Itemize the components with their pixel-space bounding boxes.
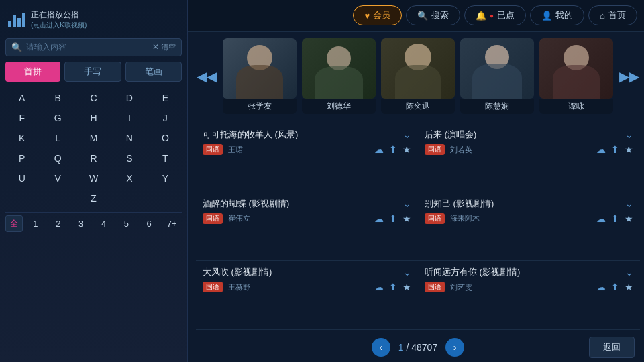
key-F[interactable]: F xyxy=(5,109,38,127)
key-2[interactable]: 2 xyxy=(48,219,68,229)
carousel-prev[interactable]: ◀◀ xyxy=(196,66,217,87)
song-item-0[interactable]: 可可托海的牧羊人 (风景) ⌄ 国语 王珺 ☁ ⬆ ★ xyxy=(196,123,418,192)
key-W[interactable]: W xyxy=(77,169,110,188)
key-O[interactable]: O xyxy=(149,129,182,147)
key-all[interactable]: 全 xyxy=(5,215,23,232)
mine-button[interactable]: 👤 我的 xyxy=(530,5,584,25)
key-4[interactable]: 4 xyxy=(94,219,114,229)
key-H[interactable]: H xyxy=(77,109,110,127)
add-icon-1[interactable]: ⬆ xyxy=(611,144,619,155)
song-item-1[interactable]: 后来 (演唱会) ⌄ 国语 刘若英 ☁ ⬆ ★ xyxy=(418,123,640,192)
star-icon-5[interactable]: ★ xyxy=(625,282,633,292)
key-I[interactable]: I xyxy=(113,109,146,127)
ordered-icon: 🔔 xyxy=(476,11,486,21)
key-C[interactable]: C xyxy=(77,88,110,107)
key-T[interactable]: T xyxy=(149,149,182,168)
cloud-icon-0[interactable]: ☁ xyxy=(374,144,384,155)
carousel-next[interactable]: ▶▶ xyxy=(619,66,640,87)
artist-zhang[interactable]: 张学友 xyxy=(223,38,297,114)
key-A[interactable]: A xyxy=(5,88,38,107)
add-icon-2[interactable]: ⬆ xyxy=(389,213,397,224)
key-6[interactable]: 6 xyxy=(139,219,159,229)
handwrite-button[interactable]: 手写 xyxy=(64,62,121,82)
key-3[interactable]: 3 xyxy=(71,219,91,229)
artist-chen-hui[interactable]: 陈慧娴 xyxy=(460,38,534,114)
star-icon-2[interactable]: ★ xyxy=(402,213,411,224)
page-next[interactable]: › xyxy=(445,338,464,357)
key-E[interactable]: E xyxy=(149,88,182,107)
search-bar[interactable]: 🔍 请输入内容 ✕ 清空 xyxy=(5,38,182,56)
cloud-icon-1[interactable]: ☁ xyxy=(596,144,606,155)
key-R[interactable]: R xyxy=(77,149,110,168)
key-M[interactable]: M xyxy=(77,129,110,147)
song-artist-0: 王珺 xyxy=(228,145,369,155)
clear-button[interactable]: ✕ 清空 xyxy=(152,42,176,52)
key-S[interactable]: S xyxy=(113,149,146,168)
song-expand-1[interactable]: ⌄ xyxy=(625,129,633,140)
artist-chen-yi[interactable]: 陈奕迅 xyxy=(381,38,455,114)
song-item-5[interactable]: 听闻远方有你 (影视剧情) ⌄ 国语 刘艺雯 ☁ ⬆ ★ xyxy=(418,261,640,330)
key-U[interactable]: U xyxy=(5,169,38,188)
vip-button[interactable]: ♥ 会员 xyxy=(353,5,402,25)
key-P[interactable]: P xyxy=(5,149,38,168)
artist-chen-hui-photo xyxy=(460,38,534,99)
ordered-button[interactable]: 🔔 ● 已点 xyxy=(464,5,526,25)
cloud-icon-2[interactable]: ☁ xyxy=(374,213,384,224)
song-expand-4[interactable]: ⌄ xyxy=(403,267,411,278)
now-playing-text: 正在播放公播 (点击进入K歌视频) xyxy=(31,9,87,30)
key-N[interactable]: N xyxy=(113,129,146,147)
key-J[interactable]: J xyxy=(149,109,182,127)
pinyin-button[interactable]: 首拼 xyxy=(5,62,60,82)
star-icon-1[interactable]: ★ xyxy=(625,144,633,155)
stroke-button[interactable]: 笔画 xyxy=(125,62,182,82)
page-info: 1 / 48707 xyxy=(398,342,437,353)
key-B[interactable]: B xyxy=(41,88,74,107)
artist-liu[interactable]: 刘德华 xyxy=(302,38,376,114)
cloud-icon-4[interactable]: ☁ xyxy=(374,282,384,292)
kb-row-2: F G H I J xyxy=(5,109,182,127)
add-icon-3[interactable]: ⬆ xyxy=(611,213,619,224)
song-item-3[interactable]: 别知己 (影视剧情) ⌄ 国语 海来阿木 ☁ ⬆ ★ xyxy=(418,192,640,261)
add-icon-0[interactable]: ⬆ xyxy=(389,144,397,155)
key-Q[interactable]: Q xyxy=(41,149,74,168)
key-X[interactable]: X xyxy=(113,169,146,188)
key-Z[interactable]: Z xyxy=(5,189,182,208)
add-icon-5[interactable]: ⬆ xyxy=(611,282,619,292)
song-artist-4: 王赫野 xyxy=(228,282,369,292)
search-nav-button[interactable]: 🔍 搜索 xyxy=(406,5,460,25)
song-item-4[interactable]: 大风吹 (影视剧情) ⌄ 国语 王赫野 ☁ ⬆ ★ xyxy=(196,261,418,330)
song-expand-0[interactable]: ⌄ xyxy=(403,129,411,140)
song-artist-5: 刘艺雯 xyxy=(450,282,591,292)
kb-row-6: Z xyxy=(5,189,182,208)
song-expand-5[interactable]: ⌄ xyxy=(625,267,633,278)
key-K[interactable]: K xyxy=(5,129,38,147)
search-icon: 🔍 xyxy=(11,42,22,52)
song-artist-3: 海来阿木 xyxy=(450,213,591,223)
key-V[interactable]: V xyxy=(41,169,74,188)
song-item-2[interactable]: 酒醉的蝴蝶 (影视剧情) ⌄ 国语 崔伟立 ☁ ⬆ ★ xyxy=(196,192,418,261)
song-title-4: 大风吹 (影视剧情) xyxy=(203,266,403,278)
key-L[interactable]: L xyxy=(41,129,74,147)
add-icon-4[interactable]: ⬆ xyxy=(389,282,397,292)
key-5[interactable]: 5 xyxy=(116,219,136,229)
star-icon-0[interactable]: ★ xyxy=(402,144,411,155)
key-7plus[interactable]: 7+ xyxy=(162,219,182,229)
key-G[interactable]: G xyxy=(41,109,74,127)
star-icon-3[interactable]: ★ xyxy=(625,213,633,224)
home-button[interactable]: ⌂ 首页 xyxy=(588,5,637,25)
song-expand-2[interactable]: ⌄ xyxy=(403,198,411,209)
star-icon-4[interactable]: ★ xyxy=(402,282,411,292)
key-D[interactable]: D xyxy=(113,88,146,107)
song-title-5: 听闻远方有你 (影视剧情) xyxy=(425,266,625,278)
bar-chart-icon xyxy=(8,11,25,27)
page-prev[interactable]: ‹ xyxy=(372,338,390,357)
cloud-icon-3[interactable]: ☁ xyxy=(596,213,606,224)
cloud-icon-5[interactable]: ☁ xyxy=(596,282,606,292)
vip-icon: ♥ xyxy=(364,11,370,21)
key-Y[interactable]: Y xyxy=(149,169,182,188)
song-expand-3[interactable]: ⌄ xyxy=(625,198,633,209)
user-icon: 👤 xyxy=(541,11,552,21)
key-1[interactable]: 1 xyxy=(25,219,46,229)
artist-tan[interactable]: 谭咏 xyxy=(539,38,613,114)
back-button[interactable]: 返回 xyxy=(589,337,635,358)
